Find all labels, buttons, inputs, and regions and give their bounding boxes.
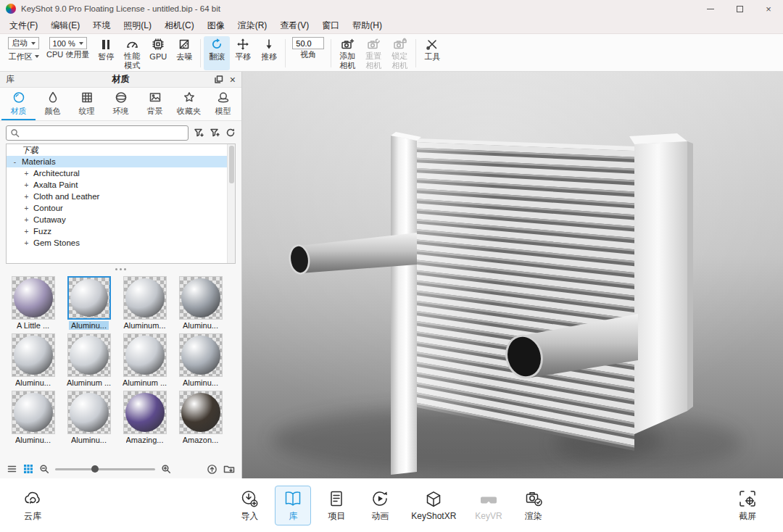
menu-view[interactable]: 查看(V) <box>273 17 315 33</box>
import-folder-icon[interactable] <box>223 464 235 474</box>
material-thumbnail[interactable]: Amazing... <box>117 388 173 446</box>
pause-button[interactable]: 暂停 <box>93 36 119 70</box>
cpu-usage-select[interactable]: 100 % CPU 使用量 <box>43 36 93 70</box>
dock-keyshotxr[interactable]: KeyShotXR <box>405 486 462 524</box>
right-end-tank <box>634 141 687 434</box>
panel-splitter[interactable] <box>0 265 241 273</box>
tree-item-materials[interactable]: - Materials <box>7 156 235 167</box>
menu-camera[interactable]: 相机(C) <box>158 17 201 33</box>
expand-icon[interactable]: + <box>23 193 30 201</box>
animation-play-icon <box>369 489 391 509</box>
thumbnail-size-slider[interactable] <box>55 465 155 473</box>
expand-icon[interactable]: + <box>23 239 30 247</box>
tree-item-gem-stones[interactable]: + Gem Stones <box>7 237 235 249</box>
material-thumbnail[interactable]: Aluminum... <box>117 274 173 331</box>
toolbar-separator <box>285 39 286 67</box>
gauge-icon <box>125 38 138 51</box>
material-thumbnail[interactable]: Aluminu... <box>61 388 117 446</box>
tree-item-architectural[interactable]: + Architectural <box>7 167 235 179</box>
material-thumbnail[interactable]: Aluminum ... <box>61 331 117 388</box>
material-thumbnail-grid: A Little ... Aluminu... Aluminum... Alum… <box>0 273 241 460</box>
material-thumbnail[interactable]: Amazon... <box>173 388 228 446</box>
material-thumbnail[interactable]: Aluminu... <box>173 274 228 331</box>
material-thumbnail[interactable]: A Little ... <box>5 274 61 331</box>
menu-edit[interactable]: 编辑(E) <box>44 17 86 33</box>
menu-render[interactable]: 渲染(R) <box>231 17 274 33</box>
undock-panel-icon[interactable] <box>214 75 223 84</box>
expand-icon[interactable]: + <box>23 181 30 189</box>
dock-animation[interactable]: 动画 <box>362 486 398 525</box>
tree-scrollbar[interactable] <box>227 144 235 263</box>
refresh-icon[interactable] <box>225 128 236 138</box>
tree-item-cloth-and-leather[interactable]: + Cloth and Leather <box>7 191 235 202</box>
workspace-select[interactable]: 启动 工作区 <box>4 36 43 70</box>
camera-add-icon <box>341 38 355 51</box>
import-material-icon[interactable] <box>194 128 204 138</box>
tab-environments[interactable]: 环境 <box>104 88 138 120</box>
denoise-button[interactable]: 去噪 <box>171 36 197 70</box>
dock-project[interactable]: 项目 <box>318 486 355 525</box>
dock-cloud-library[interactable]: 云库 <box>14 486 51 525</box>
tab-models[interactable]: 模型 <box>206 88 240 120</box>
gpu-button[interactable]: GPU <box>145 36 171 70</box>
menu-help[interactable]: 帮助(H) <box>346 17 389 33</box>
collapse-icon[interactable]: - <box>12 158 18 166</box>
tree-item-cutaway[interactable]: + Cutaway <box>7 214 235 225</box>
tab-textures[interactable]: 纹理 <box>70 88 104 120</box>
menu-image[interactable]: 图像 <box>201 17 231 33</box>
menu-environment[interactable]: 环境 <box>86 17 117 33</box>
list-view-button[interactable] <box>7 464 17 474</box>
dock-render[interactable]: 渲染 <box>515 486 552 525</box>
close-panel-icon[interactable]: × <box>230 75 236 85</box>
search-input[interactable] <box>22 128 184 137</box>
dolly-button[interactable]: 推移 <box>256 36 282 70</box>
tumble-button[interactable]: 翻滚 <box>204 36 230 70</box>
viewport-3d[interactable] <box>242 72 783 478</box>
reset-camera-button[interactable]: 重置相机 <box>360 36 386 70</box>
dock-library[interactable]: 库 <box>275 486 311 525</box>
menu-window[interactable]: 窗口 <box>315 17 346 33</box>
add-camera-button[interactable]: 添加相机 <box>334 36 360 70</box>
dock-screenshot[interactable]: 截屏 <box>729 486 766 525</box>
expand-icon[interactable]: + <box>23 228 30 236</box>
vr-headset-icon <box>478 489 500 510</box>
menu-lighting[interactable]: 照明(L) <box>117 17 158 33</box>
material-thumbnail[interactable]: Aluminum ... <box>117 331 173 388</box>
tab-favorites[interactable]: 收藏夹 <box>172 88 206 120</box>
dock-import[interactable]: 导入 <box>231 486 268 525</box>
menu-file[interactable]: 文件(F) <box>3 17 44 33</box>
tab-colors[interactable]: 颜色 <box>36 88 70 120</box>
maximize-icon <box>737 6 743 12</box>
close-button[interactable]: × <box>754 0 783 17</box>
expand-icon[interactable]: + <box>23 216 30 224</box>
tools-button[interactable]: 工具 <box>419 36 445 70</box>
material-thumbnail[interactable]: Aluminu... <box>5 331 61 388</box>
zoom-out-icon[interactable] <box>39 464 49 474</box>
search-box[interactable] <box>6 125 188 141</box>
tree-item-downloads[interactable]: 下载 <box>7 144 235 156</box>
zoom-in-icon[interactable] <box>161 464 171 474</box>
minimize-button[interactable] <box>696 0 725 17</box>
slider-knob[interactable] <box>91 465 99 473</box>
toolbar-separator <box>200 39 201 67</box>
add-to-library-icon[interactable] <box>210 128 220 138</box>
tree-item-contour[interactable]: + Contour <box>7 202 235 214</box>
dock-keyvr[interactable]: KeyVR <box>469 486 508 524</box>
material-thumbnail[interactable]: Aluminu... <box>5 388 61 446</box>
upload-material-icon[interactable] <box>207 464 218 475</box>
pan-button[interactable]: 平移 <box>230 36 256 70</box>
expand-icon[interactable]: + <box>23 170 30 178</box>
fov-control[interactable]: 视角 <box>289 36 328 70</box>
expand-icon[interactable]: + <box>23 204 30 212</box>
material-thumbnail[interactable]: Aluminu... <box>173 331 228 388</box>
maximize-button[interactable] <box>725 0 754 17</box>
lock-camera-button[interactable]: 锁定相机 <box>386 36 413 70</box>
material-thumbnail[interactable]: Aluminu... <box>61 274 117 331</box>
grid-view-button[interactable] <box>23 464 33 474</box>
tree-item-fuzz[interactable]: + Fuzz <box>7 225 235 237</box>
fov-input[interactable] <box>296 39 320 48</box>
tree-item-axalta-paint[interactable]: + Axalta Paint <box>7 179 235 191</box>
tab-backgrounds[interactable]: 背景 <box>138 88 172 120</box>
tab-materials[interactable]: 材质 <box>1 88 36 120</box>
performance-mode-button[interactable]: 性能模式 <box>119 36 145 70</box>
